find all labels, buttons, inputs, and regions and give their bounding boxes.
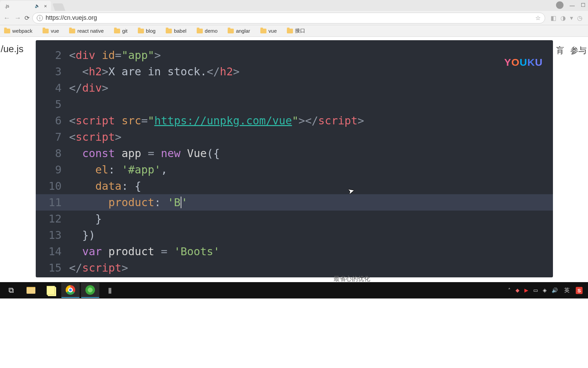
bookmark-item[interactable]: webpack [4, 28, 32, 34]
system-tray: ˄ ◆ ▶ ▭ ◈ 🔊 英 S [508, 286, 586, 295]
site-info-icon[interactable]: i [37, 15, 43, 21]
code-content: <div id="app"> [69, 47, 553, 63]
bookmark-label: babel [174, 28, 186, 34]
extension-icon[interactable]: ◧ [551, 14, 556, 22]
minimize-button[interactable]: — [570, 2, 575, 8]
windows-taskbar: ⧉ ▮ ˄ ◆ ▶ ▭ ◈ 🔊 英 S [0, 282, 588, 298]
folder-icon [69, 29, 75, 33]
folder-icon [4, 29, 10, 33]
url-text: https://cn.vuejs.org [46, 14, 97, 21]
bookmark-label: anglar [236, 28, 250, 34]
bookmark-item[interactable]: anglar [228, 28, 250, 34]
bookmark-label: vue [51, 28, 59, 34]
video-player[interactable]: YOUKU 2<div id="app">3 <h2>X are in stoc… [36, 40, 553, 277]
nav-link[interactable]: 参与 [570, 45, 587, 56]
line-number: 5 [36, 96, 69, 112]
bookmark-item[interactable]: vue [43, 28, 59, 34]
code-line: 12 } [36, 211, 553, 227]
code-line: 15</script> [36, 260, 553, 276]
browser-tab-strip: .js 🔈 × — ☐ [0, 0, 588, 11]
caption-fragment: 最省心的优化 [333, 275, 370, 283]
code-content: <script src="https://unpkg.com/vue"></sc… [69, 112, 553, 129]
folder-icon [138, 29, 144, 33]
folder-icon [114, 29, 120, 33]
tray-app-icon[interactable]: S [576, 287, 583, 294]
folder-icon [43, 29, 49, 33]
code-content [69, 96, 553, 112]
bookmark-bar: webpackvuereact nativegitblogbabeldemoan… [0, 25, 588, 37]
bookmark-label: vue [268, 28, 277, 34]
line-number: 14 [36, 243, 69, 260]
forward-button[interactable]: → [14, 14, 22, 22]
code-line: 11 product: 'B' [36, 194, 553, 211]
code-line: 3 <h2>X are in stock.</h2> [36, 63, 553, 80]
page-content: /ue.js 肓 参与 YOUKU 2<div id="app">3 <h2>X… [0, 37, 588, 282]
bookmark-item[interactable]: demo [197, 28, 218, 34]
code-content: el: '#app', [69, 162, 553, 178]
tray-volume-icon[interactable]: 🔊 [552, 287, 558, 293]
bookmark-item[interactable]: vue [260, 28, 277, 34]
line-number: 6 [36, 112, 69, 129]
bookmark-item[interactable]: babel [166, 28, 186, 34]
tab-title: .js [5, 3, 9, 9]
code-content: data: { [69, 178, 553, 194]
atom-editor-icon[interactable] [81, 283, 99, 298]
code-content: </script> [69, 260, 553, 276]
bookmark-item[interactable]: react native [69, 28, 104, 34]
terminal-icon[interactable]: ▮ [101, 283, 119, 298]
line-number: 4 [36, 80, 69, 96]
bookmark-item[interactable]: 接口 [287, 28, 305, 34]
page-title-fragment: /ue.js [0, 44, 23, 55]
folder-icon [287, 29, 293, 33]
bookmark-item[interactable]: git [114, 28, 128, 34]
code-content: <script> [69, 129, 553, 145]
folder-icon [260, 29, 266, 33]
extension-icon[interactable]: ◑ [560, 14, 566, 22]
address-bar[interactable]: i https://cn.vuejs.org ☆ [32, 13, 545, 24]
code-line: 7<script> [36, 129, 553, 145]
extension-icon[interactable]: ▾ [570, 14, 573, 22]
tray-network-icon[interactable]: ◈ [543, 287, 547, 293]
tray-chevron-icon[interactable]: ˄ [508, 287, 511, 293]
code-content: <h2>X are in stock.</h2> [69, 63, 553, 80]
tab-audio-icon[interactable]: 🔈 [35, 3, 40, 8]
folder-icon [197, 29, 203, 33]
bookmark-label: react native [77, 28, 104, 34]
code-content: </div> [69, 80, 553, 96]
tab-close-icon[interactable]: × [43, 3, 48, 9]
line-number: 12 [36, 211, 69, 227]
code-line: 4</div> [36, 80, 553, 96]
line-number: 15 [36, 260, 69, 276]
line-number: 8 [36, 145, 69, 162]
tray-app-icon[interactable]: ▶ [524, 287, 528, 293]
reload-button[interactable]: ⟳ [24, 14, 30, 22]
bookmark-label: blog [146, 28, 156, 34]
maximize-button[interactable]: ☐ [581, 2, 585, 8]
line-number: 9 [36, 162, 69, 178]
task-view-icon[interactable]: ⧉ [2, 283, 20, 298]
bookmark-label: git [122, 28, 128, 34]
back-button[interactable]: ← [3, 14, 11, 22]
line-number: 11 [36, 194, 69, 211]
chrome-icon[interactable] [61, 283, 80, 298]
tray-battery-icon[interactable]: ▭ [533, 287, 538, 293]
file-explorer-icon[interactable] [22, 283, 40, 298]
account-icon[interactable] [556, 1, 564, 9]
line-number: 7 [36, 129, 69, 145]
line-number: 13 [36, 227, 69, 243]
page-nav-fragment: 肓 参与 [556, 45, 587, 56]
bookmark-item[interactable]: blog [138, 28, 156, 34]
browser-tab[interactable]: .js 🔈 × [0, 1, 51, 11]
line-number: 2 [36, 47, 69, 63]
folder-icon [228, 29, 234, 33]
code-editor: 2<div id="app">3 <h2>X are in stock.</h2… [36, 40, 553, 276]
tray-security-icon[interactable]: ◆ [516, 287, 520, 293]
ime-indicator[interactable]: 英 [563, 286, 571, 295]
nav-link[interactable]: 肓 [556, 45, 564, 56]
sticky-notes-icon[interactable] [42, 283, 60, 298]
new-tab-button[interactable] [52, 3, 65, 11]
extension-icon[interactable]: ◷ [577, 14, 583, 22]
line-number: 10 [36, 178, 69, 194]
bookmark-star-icon[interactable]: ☆ [535, 14, 541, 22]
code-content: const app = new Vue({ [69, 145, 553, 162]
